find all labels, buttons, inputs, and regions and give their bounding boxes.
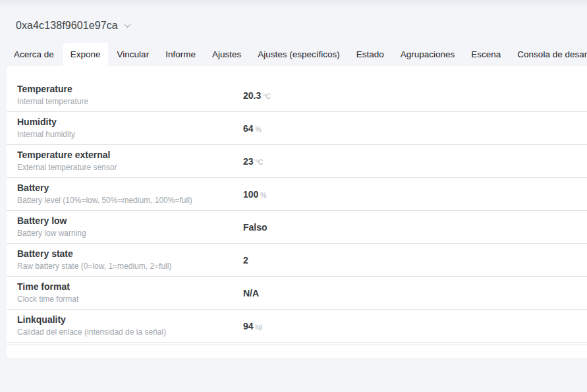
expose-value: 100% bbox=[243, 189, 267, 200]
expose-description: Internal temperature bbox=[17, 97, 235, 107]
tab-estado[interactable]: Estado bbox=[349, 43, 391, 66]
expose-info: Time format Clock time format bbox=[17, 281, 243, 304]
expose-value: 23°C bbox=[243, 156, 263, 167]
tab-expone[interactable]: Expone bbox=[63, 43, 108, 66]
expose-row: Temperature external External temperatur… bbox=[7, 145, 587, 178]
expose-value-number: 64 bbox=[243, 123, 254, 134]
expose-value: 2 bbox=[243, 255, 248, 266]
exposes-rows-container: Temperature Internal temperature 20.3°C … bbox=[7, 79, 587, 343]
expose-value-number: 23 bbox=[243, 156, 254, 167]
expose-info: Battery state Raw battery state (0=low, … bbox=[17, 248, 243, 271]
expose-value-unit: % bbox=[256, 125, 262, 133]
expose-row: Battery Battery level (10%=low, 50%=medi… bbox=[7, 178, 587, 211]
expose-description: Calidad del enlace (intensidad de la señ… bbox=[17, 327, 235, 337]
expose-row: Temperature Internal temperature 20.3°C bbox=[7, 79, 587, 112]
expose-value-unit: % bbox=[260, 191, 266, 199]
expose-label: Temperature bbox=[17, 84, 235, 95]
expose-label: Battery low bbox=[17, 215, 235, 227]
tab-informe[interactable]: Informe bbox=[158, 43, 203, 66]
expose-description: Clock time format bbox=[17, 294, 235, 304]
expose-value: Falso bbox=[243, 222, 267, 233]
expose-info: Temperature external External temperatur… bbox=[17, 150, 243, 173]
expose-description: Raw battery state (0=low, 1=medium, 2=fu… bbox=[17, 262, 235, 271]
device-header: 0xa4c138f9601e97ca bbox=[16, 19, 587, 32]
expose-value-number: 94 bbox=[243, 321, 254, 331]
expose-row: Humidity Internal humidity 64% bbox=[7, 112, 587, 145]
expose-value-number: 20.3 bbox=[243, 90, 261, 101]
tab-ajustes-especificos[interactable]: Ajustes (específicos) bbox=[250, 43, 347, 66]
tab-escena[interactable]: Escena bbox=[464, 43, 508, 66]
expose-label: Battery bbox=[17, 182, 235, 194]
expose-info: Humidity Internal humidity bbox=[17, 117, 243, 140]
expose-info: Temperature Internal temperature bbox=[17, 84, 243, 107]
expose-info: Battery Battery level (10%=low, 50%=medi… bbox=[17, 182, 243, 206]
expose-description: External temperature sensor bbox=[17, 163, 235, 173]
expose-description: Battery level (10%=low, 50%=medium, 100%… bbox=[17, 196, 235, 206]
expose-label: Linkquality bbox=[17, 314, 235, 325]
expose-info: Battery low Battery low warning bbox=[17, 215, 243, 238]
tab-bar: Acerca deExponeVincularInformeAjustesAju… bbox=[7, 43, 587, 66]
expose-value-number: N/A bbox=[243, 288, 259, 298]
tab-agrupaciones[interactable]: Agrupaciones bbox=[393, 43, 462, 66]
table-end-divider bbox=[7, 343, 587, 345]
expose-value-unit: °C bbox=[263, 92, 271, 100]
expose-label: Time format bbox=[17, 281, 235, 293]
exposes-card: Temperature Internal temperature 20.3°C … bbox=[7, 66, 587, 358]
expose-value-number: 2 bbox=[243, 255, 248, 266]
device-title: 0xa4c138f9601e97ca bbox=[16, 20, 118, 32]
expose-value-number: Falso bbox=[243, 222, 267, 233]
expose-info: Linkquality Calidad del enlace (intensid… bbox=[17, 314, 243, 337]
tab-ajustes[interactable]: Ajustes bbox=[205, 43, 248, 66]
expose-label: Temperature external bbox=[17, 150, 235, 161]
expose-value-number: 100 bbox=[243, 189, 258, 200]
expose-label: Battery state bbox=[17, 248, 235, 260]
top-shadow bbox=[0, 0, 587, 8]
expose-label: Humidity bbox=[17, 117, 235, 128]
chevron-down-icon[interactable] bbox=[124, 21, 130, 28]
tab-consola-de-desarrollo[interactable]: Consola de desarrollo bbox=[510, 43, 587, 66]
expose-value-unit: lqi bbox=[256, 323, 263, 331]
expose-value-unit: °C bbox=[256, 158, 264, 166]
expose-row: Battery state Raw battery state (0=low, … bbox=[7, 244, 587, 277]
tab-acerca-de[interactable]: Acerca de bbox=[7, 43, 61, 66]
expose-row: Time format Clock time format N/A bbox=[7, 277, 587, 310]
expose-value: 20.3°C bbox=[243, 90, 271, 101]
expose-row: Battery low Battery low warning Falso bbox=[7, 211, 587, 244]
expose-row: Linkquality Calidad del enlace (intensid… bbox=[7, 310, 587, 343]
expose-value: 64% bbox=[243, 123, 262, 134]
expose-value: N/A bbox=[243, 288, 259, 298]
expose-description: Internal humidity bbox=[17, 130, 235, 140]
expose-description: Battery low warning bbox=[17, 229, 235, 238]
tab-vincular[interactable]: Vincular bbox=[110, 43, 157, 66]
expose-value: 94lqi bbox=[243, 321, 262, 331]
